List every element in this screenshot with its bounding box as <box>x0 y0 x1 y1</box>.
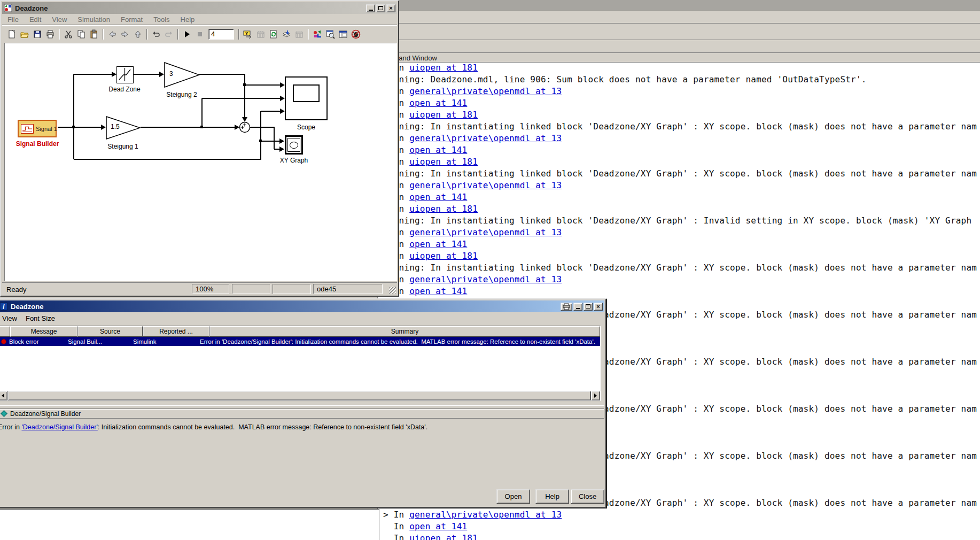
menu-view[interactable]: View <box>46 14 72 25</box>
close-button[interactable]: × <box>386 4 395 12</box>
print-report-button[interactable] <box>561 303 572 311</box>
back-button[interactable] <box>106 28 119 41</box>
stack-trace-link[interactable]: general\private\openmdl at 13 <box>409 180 562 190</box>
command-text: Warning: In instantiating linked block '… <box>383 215 971 226</box>
toggle-model-browser-button[interactable] <box>337 28 349 41</box>
stack-trace-link[interactable]: general\private\openmdl at 13 <box>409 227 562 237</box>
signal-builder-label: Signal Builder <box>11 140 64 148</box>
menu-view[interactable]: View <box>0 313 21 323</box>
open-model-button[interactable] <box>18 28 31 41</box>
maximize-button[interactable] <box>376 4 385 12</box>
stack-trace-link[interactable]: open at 141 <box>409 239 467 249</box>
new-model-button[interactable] <box>5 28 18 41</box>
redo-button[interactable] <box>162 28 175 41</box>
signal-wire <box>244 74 245 118</box>
maximize-button[interactable] <box>584 303 593 311</box>
stack-trace-link[interactable]: uiopen at 181 <box>409 204 478 214</box>
detail-section-header[interactable]: Deadzone/Signal Builder <box>0 408 604 419</box>
column-header-summary[interactable]: Summary <box>209 326 600 337</box>
diamond-icon <box>1 410 7 417</box>
dead-zone-block[interactable] <box>116 66 134 83</box>
undo-button[interactable] <box>150 28 162 41</box>
save-button[interactable] <box>31 28 44 41</box>
sum-block[interactable] <box>239 121 251 133</box>
stack-trace-link[interactable]: open at 141 <box>409 286 467 296</box>
xy-graph-label: XY Graph <box>270 157 318 164</box>
cut-button[interactable] <box>62 28 75 41</box>
simulink-menubar: File Edit View Simulation Format Tools H… <box>2 14 397 26</box>
stack-trace-link[interactable]: general\private\openmdl at 13 <box>409 86 562 96</box>
minimize-button[interactable] <box>573 303 582 311</box>
update-diagram-button[interactable] <box>267 28 280 41</box>
scroll-right-button[interactable] <box>591 391 600 400</box>
build-button[interactable] <box>254 28 267 41</box>
help-button[interactable]: Help <box>535 489 569 504</box>
open-button[interactable]: Open <box>496 489 530 504</box>
scope-block[interactable] <box>285 76 328 120</box>
external-mode-button[interactable]: Y <box>242 28 254 41</box>
column-header-message[interactable]: Message <box>10 326 77 337</box>
copy-button[interactable] <box>75 28 88 41</box>
menu-help[interactable]: Help <box>175 14 200 25</box>
stack-trace-link[interactable]: general\private\openmdl at 13 <box>409 274 562 284</box>
menu-simulation[interactable]: Simulation <box>72 14 115 25</box>
command-line: > In general\private\openmdl at 13 <box>383 133 562 144</box>
debug-button[interactable] <box>349 28 362 41</box>
scrollbar-thumb[interactable] <box>7 391 591 400</box>
horizontal-scrollbar[interactable] <box>0 391 600 400</box>
signal-builder-block[interactable]: Signal 1 <box>18 120 57 137</box>
window-panes-icon <box>338 29 348 39</box>
stack-trace-link[interactable]: open at 141 <box>409 192 467 202</box>
model-canvas[interactable]: Signal 1 Signal Builder Dead Zone 3 Stei… <box>4 43 397 281</box>
simulation-stop-time-input[interactable] <box>208 29 234 40</box>
signal-builder-port-label: Signal 1 <box>36 126 57 132</box>
model-browser-find-button[interactable] <box>324 28 337 41</box>
row-message: Block error <box>7 338 66 345</box>
column-header-icon[interactable] <box>0 326 10 337</box>
paste-button[interactable] <box>88 28 100 41</box>
scroll-left-button[interactable] <box>0 391 7 400</box>
stack-trace-link[interactable]: open at 141 <box>409 98 467 108</box>
stack-trace-link[interactable]: uiopen at 181 <box>409 110 478 120</box>
menu-file[interactable]: File <box>2 14 24 25</box>
stack-trace-link[interactable]: general\private\openmdl at 13 <box>409 510 562 520</box>
debugger-icon <box>351 29 361 39</box>
menu-format[interactable]: Format <box>115 14 148 25</box>
signal-wire <box>73 74 74 159</box>
library-browser-button[interactable] <box>311 28 324 41</box>
minimize-button[interactable] <box>366 4 375 12</box>
xy-graph-block[interactable] <box>285 135 303 155</box>
resize-grip[interactable] <box>389 287 396 294</box>
simulink-titlebar[interactable]: Deadzone × <box>2 2 397 14</box>
up-button[interactable] <box>131 28 144 41</box>
wire-arrowhead <box>280 82 285 88</box>
stack-trace-link[interactable]: uiopen at 181 <box>409 533 478 540</box>
status-zoom: 100% <box>192 284 229 294</box>
error-table-row[interactable]: Block error Signal Buil... Simulink Erro… <box>0 337 600 346</box>
incremental-build-button[interactable] <box>293 28 306 41</box>
column-header-source[interactable]: Source <box>77 326 143 337</box>
stack-trace-link[interactable]: open at 141 <box>409 145 467 155</box>
close-button[interactable]: × <box>594 303 603 311</box>
signal-wire <box>274 127 275 149</box>
stack-trace-link[interactable]: uiopen at 181 <box>409 63 478 73</box>
menu-edit[interactable]: Edit <box>24 14 46 25</box>
command-line: Warning: Deadzone.mdl, line 906: Sum blo… <box>383 74 867 86</box>
column-header-reported[interactable]: Reported ... <box>143 326 209 337</box>
matlab-menubar-strip <box>374 12 980 24</box>
close-dialog-button[interactable]: Close <box>571 489 604 504</box>
stop-simulation-button[interactable] <box>193 28 206 41</box>
print-button[interactable] <box>44 28 57 41</box>
block-hyperlink[interactable]: 'Deadzone/Signal Builder' <box>21 423 97 431</box>
library-browser-icon <box>313 29 322 39</box>
menu-tools[interactable]: Tools <box>148 14 175 25</box>
forward-button[interactable] <box>119 28 131 41</box>
dialog-titlebar[interactable]: i Deadzone × <box>0 300 604 312</box>
build-all-button[interactable] <box>280 28 293 41</box>
start-simulation-button[interactable] <box>181 28 193 41</box>
menu-font-size[interactable]: Font Size <box>21 313 59 323</box>
stack-trace-link[interactable]: general\private\openmdl at 13 <box>409 133 562 143</box>
stack-trace-link[interactable]: uiopen at 181 <box>409 157 478 167</box>
stack-trace-link[interactable]: uiopen at 181 <box>409 251 478 261</box>
stack-trace-link[interactable]: open at 141 <box>409 521 467 531</box>
